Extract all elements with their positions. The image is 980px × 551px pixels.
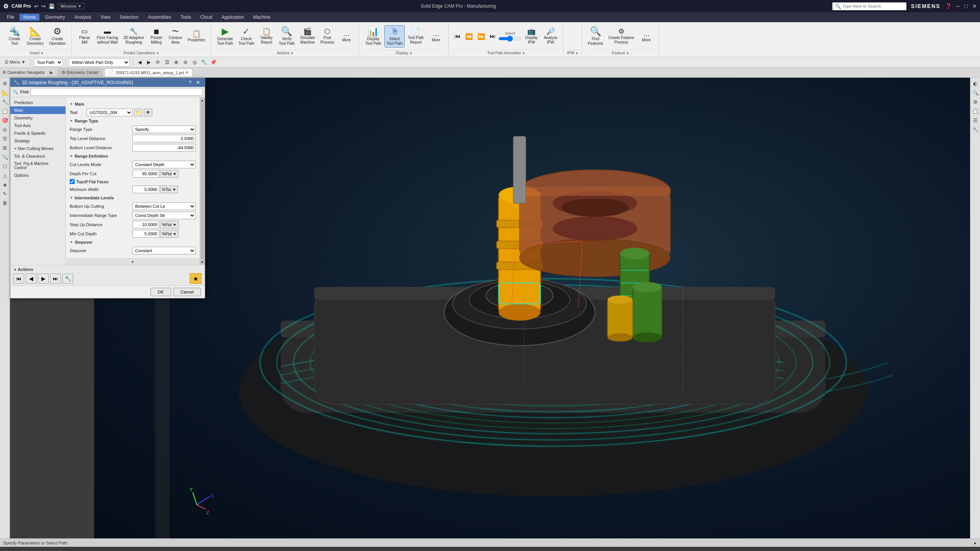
create-operation-btn[interactable]: ⚙ CreateOperation — [47, 25, 68, 47]
sidebar-icon-2[interactable]: 📐 — [1, 88, 9, 97]
step-up-unit-btn[interactable]: %Flut ▼ — [160, 221, 178, 228]
display-toolpath-btn[interactable]: 📊 DisplayTool Path — [363, 25, 384, 47]
nav-prediction[interactable]: Prediction — [10, 99, 65, 106]
find-features-btn[interactable]: 🔍 FindFeatures — [586, 25, 605, 47]
tb-icon-3[interactable]: ⟳ — [154, 58, 162, 67]
dialog-help-btn[interactable]: ? — [187, 80, 193, 85]
top-level-input[interactable] — [132, 135, 196, 142]
depth-per-cut-input[interactable] — [132, 170, 159, 178]
nav-feeds-speeds[interactable]: Feeds & Speeds — [10, 129, 65, 137]
sidebar-icon-7[interactable]: ☰ — [1, 134, 9, 143]
range-type-select[interactable]: Specify — [132, 126, 196, 133]
right-icon-4[interactable]: 📋 — [971, 107, 980, 115]
sidebar-icon-10[interactable]: ⬡ — [1, 162, 9, 170]
sidebar-icon-13[interactable]: ✎ — [1, 189, 9, 198]
action-next-btn[interactable]: ▶ — [38, 274, 49, 284]
find-input[interactable] — [31, 88, 203, 96]
section-main[interactable]: ▼ Main — [70, 102, 196, 106]
within-workpart-dropdown[interactable]: Within Work Part Only — [69, 58, 130, 67]
check-toolpath-btn[interactable]: ✓ CheckTool Path — [236, 25, 257, 47]
menu-geometry[interactable]: Geometry — [41, 14, 69, 21]
section-stepover[interactable]: ▼ Stepover — [70, 240, 196, 245]
nav-tool-axis[interactable]: Tool Axis — [10, 122, 65, 129]
min-cut-input[interactable] — [132, 230, 159, 238]
nav-main[interactable]: Main — [10, 106, 65, 114]
dialog-scrollbar[interactable]: ▲ ▼ — [199, 97, 205, 265]
3d-adaptive-btn[interactable]: 🔧 3D AdaptiveRoughing — [121, 26, 146, 46]
menu-view[interactable]: View — [97, 14, 114, 21]
tab-discovery-center[interactable]: ⚙ Discovery Center — [57, 68, 103, 77]
dialog-scroll-area[interactable]: ▼ Main Tool UGT0201_004 📁 👁 ▼ — [66, 97, 199, 258]
int-range-select[interactable]: Const Depth Str — [132, 212, 196, 219]
create-tool-btn[interactable]: 🔩 CreateTool — [5, 25, 24, 47]
tb-icon-4[interactable]: ☰ — [163, 58, 172, 67]
ok-button[interactable]: OK — [150, 288, 171, 296]
sidebar-icon-1[interactable]: ⚙ — [1, 79, 9, 88]
action-settings-btn[interactable]: 🔧 — [62, 274, 73, 284]
right-icon-1[interactable]: ◐ — [971, 79, 980, 88]
section-range-type[interactable]: ▼ Range Type — [70, 119, 196, 123]
anim-rewind-btn[interactable]: ⏮ — [452, 32, 462, 41]
help-icon[interactable]: ❓ — [945, 3, 952, 9]
sidebar-icon-8[interactable]: ⊞ — [1, 143, 9, 152]
right-icon-3[interactable]: ⚙ — [971, 98, 980, 106]
nav-non-cutting[interactable]: + Non Cutting Moves — [10, 145, 65, 152]
search-box[interactable]: 🔍 — [832, 2, 906, 10]
planar-mill-btn[interactable]: ▭ PlanarMill — [75, 26, 94, 46]
scroll-up-arrow[interactable]: ▲ — [200, 98, 205, 103]
window-dropdown[interactable]: Window ▼ — [58, 3, 85, 9]
menu-machine[interactable]: Machine — [249, 14, 274, 21]
tab-main-file[interactable]: 📄 SSN71-6193 MFG_asm_setup_1.prt ✕ — [105, 68, 193, 77]
floor-facing-btn[interactable]: ▬ Floor Facingwithout Wall — [95, 26, 121, 46]
menu-home[interactable]: Home — [20, 14, 39, 21]
cut-levels-select[interactable]: Constant Depth — [132, 161, 196, 168]
action-prev-btn[interactable]: ◀ — [26, 274, 36, 284]
tb-icon-6[interactable]: ⊖ — [181, 58, 190, 67]
sidebar-icon-4[interactable]: 📋 — [1, 107, 9, 115]
nav-tool-prg[interactable]: Tool, Prg & Machine Control — [10, 160, 65, 171]
menu-dropdown-btn[interactable]: ☰ Menu ▼ — [2, 59, 28, 66]
tb-icon-2[interactable]: ▶ — [145, 58, 153, 67]
right-icon-2[interactable]: 🔍 — [971, 88, 980, 97]
min-width-input[interactable] — [132, 186, 159, 193]
tb-icon-7[interactable]: ◎ — [191, 58, 199, 67]
sidebar-icon-6[interactable]: ◎ — [1, 125, 9, 134]
bottom-level-input[interactable] — [132, 144, 196, 152]
display-ipw-btn[interactable]: 📺 DisplayIPW — [522, 26, 541, 46]
tab-close-icon[interactable]: ✕ — [185, 70, 188, 75]
tool-browse-btn[interactable]: 📁 — [134, 109, 142, 116]
right-icon-5[interactable]: ☰ — [971, 116, 980, 124]
status-expand-icon[interactable]: ▲ — [973, 541, 977, 545]
dialog-close-btn[interactable]: ✕ — [194, 80, 202, 85]
tool-select[interactable]: UGT0201_004 — [87, 109, 132, 116]
contour-area-btn[interactable]: 〜 ContourArea — [166, 26, 185, 46]
topoff-checkbox[interactable] — [70, 179, 75, 184]
sidebar-icon-12[interactable]: ◈ — [1, 180, 9, 189]
nav-tol-clearance[interactable]: Tol. & Clearance — [10, 152, 65, 160]
toolpath-report-btn[interactable]: 📄 Tool PathReport — [405, 26, 426, 46]
pocket-milling-btn[interactable]: ◼ PocketMilling — [147, 26, 165, 46]
section-intermediate[interactable]: ▼ Intermediate Levels — [70, 196, 196, 200]
close-btn[interactable]: ✕ — [972, 3, 977, 9]
menu-file[interactable]: File — [3, 14, 18, 21]
quick-access-save[interactable]: 💾 — [49, 3, 55, 9]
step-up-input[interactable] — [132, 221, 159, 228]
menu-assemblies[interactable]: Assemblies — [144, 14, 175, 21]
analyze-ipw-btn[interactable]: 🔎 AnalyzeIPW — [541, 26, 560, 46]
sidebar-icon-9[interactable]: 🔍 — [1, 153, 9, 161]
post-process-btn[interactable]: ⬡ PostProcess — [318, 26, 336, 46]
action-extra-btn[interactable]: ★ — [189, 273, 202, 284]
tool-view-btn[interactable]: 👁 — [144, 109, 152, 116]
actions-more-btn[interactable]: … More — [337, 29, 356, 44]
nav-options[interactable]: Options — [10, 171, 65, 179]
action-end-btn[interactable]: ⏭ — [50, 274, 61, 284]
tb-icon-9[interactable]: 📌 — [209, 58, 217, 67]
scroll-down-indicator[interactable]: ▼ — [66, 258, 199, 265]
scroll-down-arrow-btn[interactable]: ▼ — [200, 260, 205, 264]
nav-strategy[interactable]: Strategy — [10, 137, 65, 145]
minimize-btn[interactable]: ─ — [956, 3, 960, 9]
sidebar-icon-5[interactable]: 🎯 — [1, 116, 9, 124]
toolpath-dropdown[interactable]: Tool Path — [34, 58, 63, 67]
create-geometry-btn[interactable]: 📐 CreateGeometry — [24, 25, 46, 47]
search-input[interactable] — [843, 4, 904, 8]
